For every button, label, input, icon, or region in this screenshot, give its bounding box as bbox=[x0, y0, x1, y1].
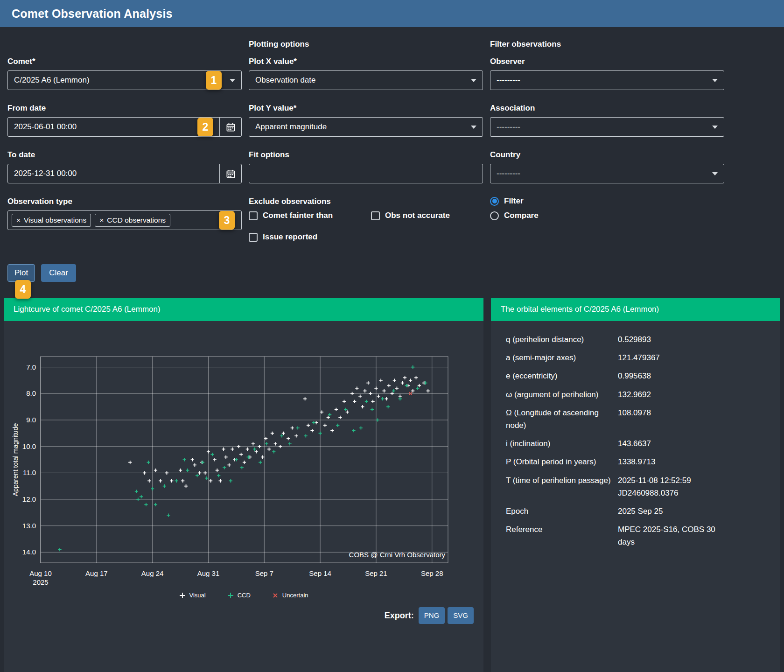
observer-select[interactable]: --------- bbox=[490, 70, 724, 90]
step-badge-3: 3 bbox=[219, 211, 235, 230]
comet-label: Comet* bbox=[7, 56, 242, 66]
plot-button[interactable]: Plot bbox=[7, 264, 35, 282]
country-select[interactable]: --------- bbox=[490, 164, 724, 183]
orbital-label: P (Orbital period in years) bbox=[506, 455, 618, 468]
radio-compare[interactable]: Compare bbox=[490, 211, 724, 220]
point-ccd bbox=[416, 386, 419, 390]
point-ccd bbox=[272, 450, 275, 453]
point-visual bbox=[191, 458, 194, 461]
y-tick-label: 9.0 bbox=[26, 416, 36, 424]
point-visual bbox=[159, 479, 162, 483]
step-badge-1: 1 bbox=[206, 71, 222, 90]
checkbox-label: Comet fainter than bbox=[263, 211, 333, 220]
legend-item-uncertain[interactable]: Uncertain bbox=[272, 592, 308, 599]
point-visual bbox=[346, 410, 349, 413]
from-date-calendar-button[interactable] bbox=[219, 118, 241, 136]
x-tick-label: Aug 17 bbox=[85, 569, 108, 577]
lightcurve-chart: Aug 102025Aug 17Aug 24Aug 31Sep 7Sep 14S… bbox=[4, 321, 483, 588]
checkbox-label: Obs not accurate bbox=[385, 211, 450, 220]
point-ccd bbox=[392, 389, 395, 392]
y-tick-label: 11.0 bbox=[23, 469, 36, 476]
y-tick-label: 13.0 bbox=[22, 522, 36, 530]
point-visual bbox=[264, 437, 267, 440]
observer-field: Observer --------- bbox=[490, 56, 724, 90]
point-visual bbox=[193, 463, 196, 467]
association-select[interactable]: --------- bbox=[490, 117, 724, 137]
chevron-down-icon bbox=[471, 126, 476, 129]
plot-border bbox=[41, 357, 448, 563]
orbital-label: T (time of perihelion passage) bbox=[506, 474, 618, 499]
legend-item-visual[interactable]: Visual bbox=[179, 592, 206, 599]
plot-y-field: Plot Y value* Apparent magnitude bbox=[249, 103, 483, 137]
checkbox-label: Issue reported bbox=[263, 232, 317, 242]
fit-options-label: Fit options bbox=[249, 150, 483, 160]
point-ccd bbox=[359, 426, 363, 429]
point-ccd bbox=[229, 479, 232, 483]
legend-item-ccd[interactable]: CCD bbox=[227, 592, 251, 599]
plot-y-select-value: Apparent magnitude bbox=[255, 122, 466, 132]
orbital-value: 132.9692 bbox=[618, 388, 725, 401]
point-ccd bbox=[183, 458, 186, 461]
point-ccd bbox=[381, 397, 384, 400]
table-row: ω (argument of perihelion)132.9692 bbox=[506, 388, 765, 401]
remove-tag-icon[interactable]: × bbox=[99, 217, 104, 224]
observation-type-field: Observation type × Visual observations ×… bbox=[7, 196, 242, 230]
chevron-down-icon bbox=[230, 79, 235, 82]
checkbox-issue-reported[interactable]: Issue reported bbox=[249, 232, 371, 242]
point-visual bbox=[291, 426, 294, 429]
point-visual bbox=[330, 429, 334, 432]
exclude-checkbox-grid: Comet fainter than Obs not accurate Issu… bbox=[249, 211, 483, 242]
radio-filter[interactable]: Filter bbox=[490, 196, 724, 206]
point-visual bbox=[414, 376, 418, 379]
point-visual bbox=[361, 405, 364, 408]
point-visual bbox=[198, 471, 201, 475]
export-label: Export: bbox=[385, 611, 414, 621]
checkbox-comet-fainter-than[interactable]: Comet fainter than bbox=[249, 211, 371, 220]
checkbox-obs-not-accurate[interactable]: Obs not accurate bbox=[371, 211, 483, 220]
observation-type-multiselect[interactable]: × Visual observations × CCD observations… bbox=[7, 210, 242, 230]
point-visual bbox=[391, 392, 394, 395]
export-png-button[interactable]: PNG bbox=[419, 607, 445, 624]
calendar-icon bbox=[226, 123, 235, 132]
to-date-calendar-button[interactable] bbox=[219, 164, 241, 183]
comet-select[interactable]: C/2025 A6 (Lemmon) 1 bbox=[7, 70, 242, 90]
point-ccd bbox=[246, 455, 250, 459]
plotting-options-heading: Plotting options bbox=[249, 32, 483, 56]
form-column-right: Filter observations Observer --------- A… bbox=[490, 32, 724, 255]
plot-y-select[interactable]: Apparent magnitude bbox=[249, 117, 483, 137]
point-ccd bbox=[163, 484, 166, 488]
point-visual bbox=[224, 455, 228, 459]
point-visual bbox=[258, 445, 261, 448]
point-visual bbox=[246, 448, 249, 451]
remove-tag-icon[interactable]: × bbox=[16, 217, 21, 224]
table-row: q (perihelion distance)0.529893 bbox=[506, 333, 765, 346]
x-tick-label: Sep 28 bbox=[421, 569, 443, 577]
point-visual bbox=[216, 469, 219, 472]
radio-unselected-icon[interactable] bbox=[490, 211, 499, 220]
y-tick-label: 12.0 bbox=[22, 495, 36, 503]
fit-options-input[interactable] bbox=[255, 169, 476, 178]
checkbox-icon[interactable] bbox=[371, 211, 380, 220]
point-visual bbox=[170, 479, 173, 483]
point-ccd bbox=[288, 442, 291, 445]
point-visual bbox=[382, 389, 385, 392]
page-title: Comet Observation Analysis bbox=[12, 7, 173, 21]
radio-selected-icon[interactable] bbox=[490, 197, 499, 206]
point-visual bbox=[165, 471, 168, 475]
orbital-value: 1338.9713 bbox=[618, 455, 725, 468]
checkbox-icon[interactable] bbox=[249, 211, 258, 220]
checkbox-icon[interactable] bbox=[249, 233, 258, 242]
plot-x-select[interactable]: Observation date bbox=[249, 70, 483, 90]
to-date-input[interactable] bbox=[8, 169, 219, 178]
clear-button[interactable]: Clear bbox=[41, 264, 76, 282]
point-ccd bbox=[135, 490, 138, 493]
table-row: T (time of perihelion passage)2025-11-08… bbox=[506, 474, 765, 499]
point-visual bbox=[271, 432, 274, 435]
from-date-input[interactable] bbox=[8, 122, 219, 132]
export-svg-button[interactable]: SVG bbox=[448, 607, 474, 624]
point-ccd bbox=[424, 381, 427, 385]
orbital-label: ω (argument of perihelion) bbox=[506, 388, 618, 401]
table-row: a (semi-major axes)121.479367 bbox=[506, 351, 765, 364]
point-ccd bbox=[210, 453, 214, 456]
point-visual bbox=[222, 448, 225, 451]
